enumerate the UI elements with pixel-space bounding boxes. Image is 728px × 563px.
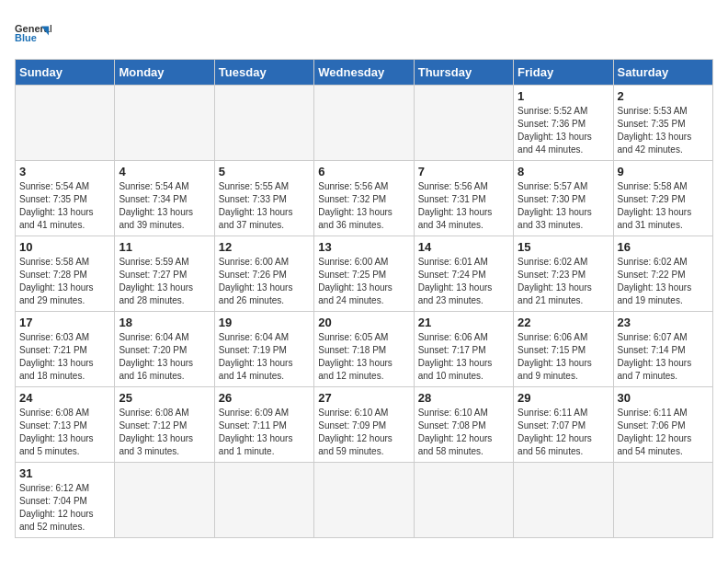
calendar-day-cell: 24Sunrise: 6:08 AM Sunset: 7:13 PM Dayli… <box>16 387 115 463</box>
logo: General Blue <box>15 15 51 52</box>
day-number: 20 <box>318 316 409 329</box>
day-info: Sunrise: 5:56 AM Sunset: 7:31 PM Dayligh… <box>418 180 509 232</box>
calendar-day-cell: 18Sunrise: 6:04 AM Sunset: 7:20 PM Dayli… <box>115 312 214 387</box>
calendar-day-cell: 7Sunrise: 5:56 AM Sunset: 7:31 PM Daylig… <box>414 161 513 236</box>
calendar-day-cell: 21Sunrise: 6:06 AM Sunset: 7:17 PM Dayli… <box>414 312 513 387</box>
calendar-day-cell: 4Sunrise: 5:54 AM Sunset: 7:34 PM Daylig… <box>115 161 214 236</box>
calendar-day-cell: 11Sunrise: 5:59 AM Sunset: 7:27 PM Dayli… <box>115 236 214 312</box>
day-info: Sunrise: 6:10 AM Sunset: 7:09 PM Dayligh… <box>318 407 409 458</box>
calendar-week-row: 3Sunrise: 5:54 AM Sunset: 7:35 PM Daylig… <box>16 161 713 236</box>
day-number: 29 <box>518 391 609 405</box>
calendar-day-cell: 25Sunrise: 6:08 AM Sunset: 7:12 PM Dayli… <box>115 387 214 463</box>
day-number: 25 <box>119 391 210 405</box>
calendar-day-cell: 29Sunrise: 6:11 AM Sunset: 7:07 PM Dayli… <box>514 387 613 463</box>
day-number: 2 <box>618 89 709 103</box>
day-info: Sunrise: 5:55 AM Sunset: 7:33 PM Dayligh… <box>219 180 310 232</box>
calendar-day-cell: 22Sunrise: 6:06 AM Sunset: 7:15 PM Dayli… <box>514 312 613 387</box>
day-info: Sunrise: 6:00 AM Sunset: 7:25 PM Dayligh… <box>318 256 409 307</box>
day-info: Sunrise: 6:04 AM Sunset: 7:20 PM Dayligh… <box>119 331 210 383</box>
column-header-sunday: Sunday <box>16 60 115 86</box>
day-number: 27 <box>318 391 409 405</box>
calendar-day-cell: 17Sunrise: 6:03 AM Sunset: 7:21 PM Dayli… <box>16 312 115 387</box>
calendar-day-cell <box>214 463 313 538</box>
calendar-header-row: SundayMondayTuesdayWednesdayThursdayFrid… <box>16 60 713 86</box>
calendar-day-cell: 30Sunrise: 6:11 AM Sunset: 7:06 PM Dayli… <box>613 387 712 463</box>
calendar-day-cell <box>514 463 613 538</box>
day-number: 30 <box>618 391 709 405</box>
calendar-day-cell <box>414 86 513 161</box>
calendar-day-cell: 1Sunrise: 5:52 AM Sunset: 7:36 PM Daylig… <box>514 86 613 161</box>
calendar-day-cell <box>314 86 414 161</box>
day-info: Sunrise: 5:59 AM Sunset: 7:27 PM Dayligh… <box>119 256 210 307</box>
day-info: Sunrise: 5:53 AM Sunset: 7:35 PM Dayligh… <box>618 105 709 156</box>
day-number: 18 <box>119 316 210 329</box>
day-number: 13 <box>318 240 409 254</box>
day-number: 1 <box>518 89 609 103</box>
day-number: 15 <box>518 240 609 254</box>
calendar-day-cell: 13Sunrise: 6:00 AM Sunset: 7:25 PM Dayli… <box>314 236 414 312</box>
day-number: 17 <box>19 316 110 329</box>
day-info: Sunrise: 5:58 AM Sunset: 7:28 PM Dayligh… <box>19 256 110 307</box>
day-number: 21 <box>418 316 509 329</box>
column-header-tuesday: Tuesday <box>214 60 313 86</box>
day-info: Sunrise: 6:07 AM Sunset: 7:14 PM Dayligh… <box>618 331 709 383</box>
calendar-day-cell: 2Sunrise: 5:53 AM Sunset: 7:35 PM Daylig… <box>613 86 712 161</box>
day-number: 4 <box>119 165 210 178</box>
column-header-saturday: Saturday <box>613 60 712 86</box>
day-info: Sunrise: 6:03 AM Sunset: 7:21 PM Dayligh… <box>19 331 110 383</box>
day-number: 9 <box>618 165 709 178</box>
day-number: 24 <box>19 391 110 405</box>
column-header-friday: Friday <box>514 60 613 86</box>
calendar-day-cell: 23Sunrise: 6:07 AM Sunset: 7:14 PM Dayli… <box>613 312 712 387</box>
column-header-thursday: Thursday <box>414 60 513 86</box>
calendar-day-cell: 27Sunrise: 6:10 AM Sunset: 7:09 PM Dayli… <box>314 387 414 463</box>
day-info: Sunrise: 6:10 AM Sunset: 7:08 PM Dayligh… <box>418 407 509 458</box>
calendar-week-row: 1Sunrise: 5:52 AM Sunset: 7:36 PM Daylig… <box>16 86 713 161</box>
calendar-day-cell: 19Sunrise: 6:04 AM Sunset: 7:19 PM Dayli… <box>214 312 313 387</box>
day-info: Sunrise: 6:04 AM Sunset: 7:19 PM Dayligh… <box>219 331 310 383</box>
day-number: 28 <box>418 391 509 405</box>
calendar-day-cell: 12Sunrise: 6:00 AM Sunset: 7:26 PM Dayli… <box>214 236 313 312</box>
day-number: 10 <box>19 240 110 254</box>
calendar-day-cell <box>414 463 513 538</box>
day-info: Sunrise: 6:06 AM Sunset: 7:17 PM Dayligh… <box>418 331 509 383</box>
calendar-day-cell: 15Sunrise: 6:02 AM Sunset: 7:23 PM Dayli… <box>514 236 613 312</box>
day-info: Sunrise: 6:05 AM Sunset: 7:18 PM Dayligh… <box>318 331 409 383</box>
calendar-day-cell: 10Sunrise: 5:58 AM Sunset: 7:28 PM Dayli… <box>16 236 115 312</box>
day-info: Sunrise: 5:52 AM Sunset: 7:36 PM Dayligh… <box>518 105 609 156</box>
day-number: 16 <box>618 240 709 254</box>
calendar-day-cell: 3Sunrise: 5:54 AM Sunset: 7:35 PM Daylig… <box>16 161 115 236</box>
day-info: Sunrise: 6:06 AM Sunset: 7:15 PM Dayligh… <box>518 331 609 383</box>
calendar-day-cell <box>214 86 313 161</box>
day-info: Sunrise: 6:00 AM Sunset: 7:26 PM Dayligh… <box>219 256 310 307</box>
day-info: Sunrise: 5:54 AM Sunset: 7:35 PM Dayligh… <box>19 180 110 232</box>
day-info: Sunrise: 6:01 AM Sunset: 7:24 PM Dayligh… <box>418 256 509 307</box>
calendar-day-cell <box>314 463 414 538</box>
day-info: Sunrise: 6:02 AM Sunset: 7:23 PM Dayligh… <box>518 256 609 307</box>
day-number: 7 <box>418 165 509 178</box>
day-number: 14 <box>418 240 509 254</box>
day-number: 8 <box>518 165 609 178</box>
day-number: 23 <box>618 316 709 329</box>
day-info: Sunrise: 5:54 AM Sunset: 7:34 PM Dayligh… <box>119 180 210 232</box>
day-info: Sunrise: 6:02 AM Sunset: 7:22 PM Dayligh… <box>618 256 709 307</box>
day-info: Sunrise: 6:11 AM Sunset: 7:06 PM Dayligh… <box>618 407 709 458</box>
calendar-day-cell: 9Sunrise: 5:58 AM Sunset: 7:29 PM Daylig… <box>613 161 712 236</box>
calendar-day-cell <box>115 463 214 538</box>
calendar-week-row: 10Sunrise: 5:58 AM Sunset: 7:28 PM Dayli… <box>16 236 713 312</box>
calendar-day-cell: 16Sunrise: 6:02 AM Sunset: 7:22 PM Dayli… <box>613 236 712 312</box>
calendar-day-cell <box>115 86 214 161</box>
calendar-day-cell: 31Sunrise: 6:12 AM Sunset: 7:04 PM Dayli… <box>16 463 115 538</box>
calendar-day-cell: 20Sunrise: 6:05 AM Sunset: 7:18 PM Dayli… <box>314 312 414 387</box>
day-number: 26 <box>219 391 310 405</box>
day-number: 22 <box>518 316 609 329</box>
day-number: 31 <box>19 466 110 480</box>
calendar-day-cell: 8Sunrise: 5:57 AM Sunset: 7:30 PM Daylig… <box>514 161 613 236</box>
day-info: Sunrise: 6:11 AM Sunset: 7:07 PM Dayligh… <box>518 407 609 458</box>
day-info: Sunrise: 5:57 AM Sunset: 7:30 PM Dayligh… <box>518 180 609 232</box>
day-number: 5 <box>219 165 310 178</box>
day-number: 12 <box>219 240 310 254</box>
calendar-week-row: 31Sunrise: 6:12 AM Sunset: 7:04 PM Dayli… <box>16 463 713 538</box>
calendar-day-cell: 28Sunrise: 6:10 AM Sunset: 7:08 PM Dayli… <box>414 387 513 463</box>
calendar-week-row: 24Sunrise: 6:08 AM Sunset: 7:13 PM Dayli… <box>16 387 713 463</box>
